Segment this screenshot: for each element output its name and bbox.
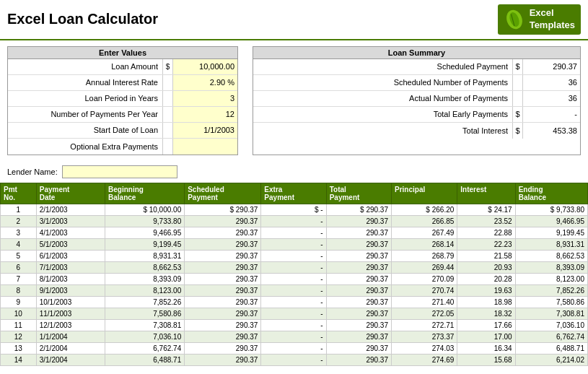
ls-value-sched-num-payments: 36 [522, 75, 580, 90]
ev-value-interest-rate[interactable]: 2.90 % [172, 75, 237, 90]
cell-total_payment: 290.37 [326, 331, 391, 342]
cell-principal: 272.71 [391, 319, 457, 331]
cell-ending_balance: 6,214.02 [515, 354, 587, 365]
cell-principal: 268.79 [391, 250, 457, 261]
cell-payment_date: 7/1/2003 [36, 261, 105, 273]
cell-interest: 23.52 [457, 215, 515, 227]
col-header-extra-payment: ExtraPayment [261, 183, 326, 204]
table-row: 132/1/20046,762.74290.37-290.37274.0316.… [1, 342, 588, 354]
cell-interest: 19.63 [457, 284, 515, 296]
table-row: 23/1/20039,733.80290.37-290.37266.8523.5… [1, 215, 588, 227]
cell-extra_payment: - [261, 308, 326, 319]
cell-ending_balance: 7,580.86 [515, 296, 587, 308]
cell-total_payment: 290.37 [326, 238, 391, 250]
ev-value-extra-payments[interactable] [172, 139, 237, 155]
cell-beg_balance: 9,466.95 [105, 227, 185, 238]
table-row: 34/1/20039,466.95290.37-290.37267.4922.8… [1, 227, 588, 238]
ev-value-loan-amount[interactable]: 10,000.00 [172, 59, 237, 74]
cell-principal: 274.03 [391, 342, 457, 354]
cell-payment_date: 3/1/2003 [36, 215, 105, 227]
cell-principal: 273.37 [391, 331, 457, 342]
cell-extra_payment: - [261, 296, 326, 308]
ev-value-payments-per-year[interactable]: 12 [172, 107, 237, 122]
cell-interest: 16.34 [457, 342, 515, 354]
cell-total_payment: 290.37 [326, 284, 391, 296]
cell-payment_date: 10/1/2003 [36, 296, 105, 308]
cell-sched_payment: 290.37 [185, 342, 261, 354]
cell-principal: 270.09 [391, 273, 457, 284]
table-row: 1112/1/20037,308.81290.37-290.37272.7117… [1, 319, 588, 331]
cell-pmt_no: 3 [1, 227, 37, 238]
cell-ending_balance: 6,762.74 [515, 331, 587, 342]
cell-pmt_no: 12 [1, 331, 37, 342]
cell-sched_payment: 290.37 [185, 250, 261, 261]
cell-principal: $ 266.20 [391, 204, 457, 215]
cell-beg_balance: 7,580.86 [105, 308, 185, 319]
cell-interest: 18.98 [457, 296, 515, 308]
table-row: 89/1/20038,123.00290.37-290.37270.7419.6… [1, 284, 588, 296]
cell-principal: 270.74 [391, 284, 457, 296]
ev-value-loan-period[interactable]: 3 [172, 91, 237, 106]
cell-extra_payment: - [261, 215, 326, 227]
ls-currency-scheduled-payment: $ [512, 59, 522, 74]
ls-row-actual-num-payments: Actual Number of Payments 36 [253, 91, 580, 107]
cell-sched_payment: 290.37 [185, 296, 261, 308]
col-header-pmt-no: PmtNo. [1, 183, 37, 204]
table-row: 56/1/20038,931.31290.37-290.37268.7921.5… [1, 250, 588, 261]
cell-principal: 266.85 [391, 215, 457, 227]
cell-interest: $ 24.17 [457, 204, 515, 215]
ev-value-start-date[interactable]: 1/1/2003 [172, 123, 237, 138]
cell-payment_date: 6/1/2003 [36, 250, 105, 261]
col-header-total-payment: TotalPayment [326, 183, 391, 204]
cell-extra_payment: - [261, 227, 326, 238]
ev-row-start-date: Start Date of Loan 1/1/2003 [8, 123, 237, 139]
ls-value-total-early-payments: - [522, 107, 580, 122]
cell-ending_balance: 8,931.31 [515, 238, 587, 250]
cell-total_payment: 290.37 [326, 319, 391, 331]
cell-payment_date: 9/1/2003 [36, 284, 105, 296]
cell-total_payment: 290.37 [326, 342, 391, 354]
cell-principal: 271.40 [391, 296, 457, 308]
lender-input[interactable] [62, 165, 177, 178]
cell-pmt_no: 10 [1, 308, 37, 319]
cell-ending_balance: 8,393.09 [515, 261, 587, 273]
cell-pmt_no: 14 [1, 354, 37, 365]
cell-total_payment: $ 290.37 [326, 204, 391, 215]
cell-beg_balance: 7,308.81 [105, 319, 185, 331]
table-row: 45/1/20039,199.45290.37-290.37268.1422.2… [1, 238, 588, 250]
cell-payment_date: 2/1/2003 [36, 204, 105, 215]
cell-ending_balance: 7,308.81 [515, 308, 587, 319]
ev-label-extra-payments: Optional Extra Payments [8, 142, 162, 151]
cell-extra_payment: $ - [261, 204, 326, 215]
cell-extra_payment: - [261, 284, 326, 296]
ev-label-interest-rate: Annual Interest Rate [8, 78, 162, 87]
cell-total_payment: 290.37 [326, 215, 391, 227]
cell-payment_date: 4/1/2003 [36, 227, 105, 238]
table-row: 143/1/20046,488.71290.37-290.37274.6915.… [1, 354, 588, 365]
amortization-table: PmtNo. PaymentDate BeginningBalance Sche… [0, 183, 588, 366]
cell-extra_payment: - [261, 261, 326, 273]
ev-currency-loan-amount: $ [162, 59, 172, 74]
cell-beg_balance: 8,393.09 [105, 273, 185, 284]
table-header-row: PmtNo. PaymentDate BeginningBalance Sche… [1, 183, 588, 204]
enter-values-box: Enter Values Loan Amount $ 10,000.00 Ann… [7, 46, 238, 155]
loan-summary-heading: Loan Summary [253, 47, 580, 59]
ls-row-scheduled-payment: Scheduled Payment $ 290.37 [253, 59, 580, 75]
cell-principal: 272.05 [391, 308, 457, 319]
cell-principal: 267.49 [391, 227, 457, 238]
cell-extra_payment: - [261, 354, 326, 365]
col-header-ending-balance: EndingBalance [515, 183, 587, 204]
col-header-payment-date: PaymentDate [36, 183, 105, 204]
table-row: 1011/1/20037,580.86290.37-290.37272.0518… [1, 308, 588, 319]
cell-sched_payment: $ 290.37 [185, 204, 261, 215]
cell-principal: 268.14 [391, 238, 457, 250]
cell-payment_date: 2/1/2004 [36, 342, 105, 354]
leaf-icon [504, 9, 525, 30]
cell-sched_payment: 290.37 [185, 227, 261, 238]
ev-label-loan-period: Loan Period in Years [8, 94, 162, 103]
cell-extra_payment: - [261, 273, 326, 284]
cell-ending_balance: 9,466.95 [515, 215, 587, 227]
cell-pmt_no: 5 [1, 250, 37, 261]
cell-beg_balance: 8,123.00 [105, 284, 185, 296]
ls-label-scheduled-payment: Scheduled Payment [253, 62, 512, 71]
